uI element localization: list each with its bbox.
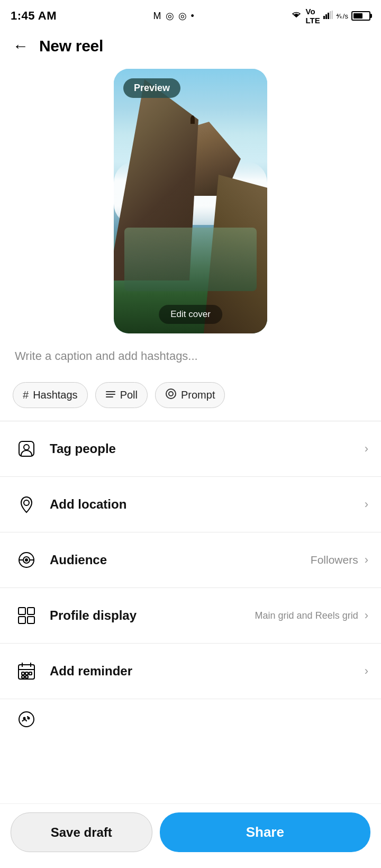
svg-point-12: [24, 500, 29, 505]
partial-option[interactable]: [0, 699, 381, 731]
wifi-icon: [291, 11, 302, 22]
person-silhouette: [190, 115, 195, 124]
status-bar: 1:45 AM M ◎ ◎ • VoLTE ⁴⁄ₖ/s: [0, 0, 381, 32]
profile-display-value: Main grid and Reels grid: [255, 610, 358, 621]
prompt-label: Prompt: [181, 389, 215, 401]
profile-display-option[interactable]: Profile display Main grid and Reels grid…: [0, 588, 381, 644]
add-reminder-chevron: ›: [365, 664, 368, 678]
speed-icon: ⁴⁄ₖ/s: [336, 12, 348, 20]
profile-display-label: Profile display: [50, 608, 137, 623]
tag-people-content: Tag people ›: [50, 441, 368, 456]
bottom-actions: Save draft Share: [0, 803, 381, 868]
tag-people-label: Tag people: [50, 441, 116, 456]
audience-value: Followers: [311, 554, 358, 566]
audience-option[interactable]: Audience Followers ›: [0, 532, 381, 588]
svg-point-11: [24, 445, 29, 450]
page-title: New reel: [39, 37, 103, 55]
share-button[interactable]: Share: [160, 812, 370, 852]
status-right: VoLTE ⁴⁄ₖ/s: [291, 7, 370, 25]
header: ← New reel: [0, 32, 381, 64]
svg-rect-30: [29, 672, 32, 675]
options-list: Tag people › Add location ›: [0, 421, 381, 731]
partial-option-icon: [13, 706, 40, 731]
svg-point-8: [166, 389, 176, 399]
save-draft-button[interactable]: Save draft: [11, 812, 152, 852]
back-button[interactable]: ←: [13, 38, 29, 54]
svg-rect-2: [328, 13, 329, 19]
lte-signal-icon: [323, 11, 333, 22]
profile-display-chevron: ›: [365, 609, 368, 622]
tag-people-option[interactable]: Tag people ›: [0, 421, 381, 477]
gmail-icon: M: [153, 11, 161, 22]
add-reminder-option[interactable]: Add reminder ›: [0, 644, 381, 699]
instagram-icon2: ◎: [178, 10, 187, 22]
hashtags-label: Hashtags: [33, 389, 78, 401]
preview-container: Preview Edit cover: [0, 64, 381, 344]
bottom-spacer: [0, 731, 381, 794]
svg-rect-28: [22, 676, 24, 678]
add-reminder-icon: [13, 657, 40, 685]
audience-content: Audience Followers ›: [50, 553, 368, 567]
add-reminder-label: Add reminder: [50, 664, 132, 679]
profile-display-icon: [13, 602, 40, 629]
poll-icon: [105, 389, 116, 401]
poll-label: Poll: [120, 389, 138, 401]
add-location-option[interactable]: Add location ›: [0, 477, 381, 532]
prompt-icon: [165, 388, 177, 402]
svg-rect-20: [19, 617, 25, 623]
svg-rect-18: [19, 608, 25, 614]
signal-icon: VoLTE: [305, 7, 320, 25]
audience-chevron: ›: [365, 553, 368, 567]
city-layer: [124, 228, 257, 291]
profile-display-content: Profile display Main grid and Reels grid…: [50, 608, 368, 623]
svg-rect-1: [325, 14, 327, 19]
tag-people-chevron: ›: [365, 442, 368, 456]
preview-card[interactable]: Preview Edit cover: [114, 69, 267, 333]
preview-image: [114, 69, 267, 333]
svg-rect-29: [25, 676, 28, 678]
edit-cover-button[interactable]: Edit cover: [159, 305, 222, 324]
instagram-icon1: ◎: [166, 10, 174, 22]
tag-people-icon: [13, 435, 40, 463]
svg-point-15: [25, 559, 28, 561]
svg-point-9: [169, 392, 173, 396]
add-reminder-content: Add reminder ›: [50, 664, 368, 679]
svg-rect-0: [323, 16, 325, 19]
status-icons: M ◎ ◎ •: [153, 10, 194, 22]
dot-icon: •: [191, 11, 194, 22]
add-location-icon: [13, 491, 40, 518]
prompt-button[interactable]: Prompt: [155, 382, 225, 408]
svg-rect-19: [28, 608, 34, 614]
svg-rect-4: [332, 11, 333, 19]
caption-area[interactable]: Write a caption and add hashtags...: [0, 344, 381, 374]
audience-label: Audience: [50, 553, 107, 567]
caption-placeholder[interactable]: Write a caption and add hashtags...: [15, 349, 198, 363]
hashtags-button[interactable]: # Hashtags: [13, 382, 88, 408]
svg-rect-21: [28, 617, 34, 623]
svg-point-32: [28, 718, 30, 719]
svg-rect-3: [330, 11, 331, 19]
preview-badge[interactable]: Preview: [123, 78, 180, 98]
svg-point-31: [24, 718, 25, 719]
battery-icon: [351, 11, 370, 21]
poll-button[interactable]: Poll: [95, 382, 148, 408]
hashtag-icon: #: [23, 389, 29, 401]
svg-rect-26: [22, 672, 24, 675]
add-location-chevron: ›: [365, 498, 368, 511]
audience-icon: [13, 546, 40, 574]
svg-rect-27: [25, 672, 28, 675]
status-time: 1:45 AM: [11, 9, 57, 23]
tag-buttons-row: # Hashtags Poll Prompt: [0, 374, 381, 421]
add-location-label: Add location: [50, 497, 126, 512]
add-location-content: Add location ›: [50, 497, 368, 512]
